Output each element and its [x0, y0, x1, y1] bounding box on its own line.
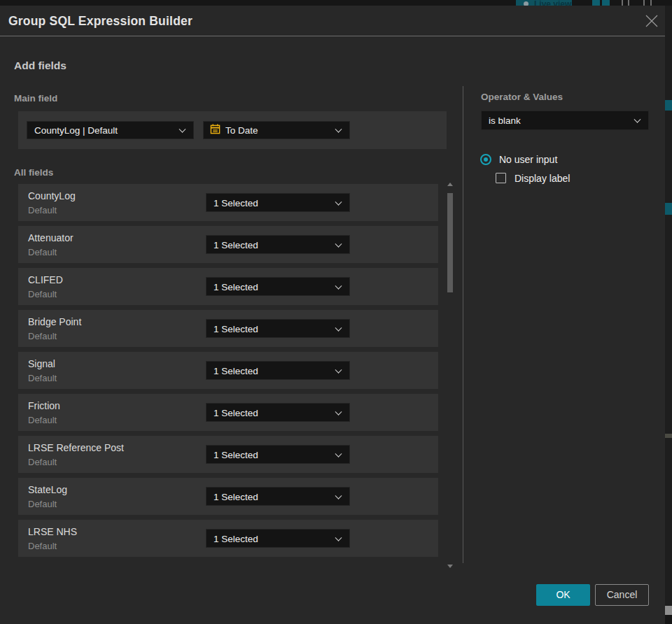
- toolbar-icon[interactable]: [643, 0, 645, 6]
- field-selection-dropdown[interactable]: 1 Selected: [206, 529, 350, 548]
- field-selection-dropdown[interactable]: 1 Selected: [206, 487, 350, 506]
- close-icon[interactable]: [644, 13, 659, 29]
- field-selection-dropdown-value: 1 Selected: [214, 449, 258, 460]
- field-selection-dropdown[interactable]: 1 Selected: [206, 235, 350, 254]
- chevron-down-icon: [335, 198, 342, 205]
- all-fields-list: CountyLog Default 1 Selected Attenuator …: [18, 184, 438, 562]
- chevron-down-icon: [335, 324, 342, 331]
- field-row: LRSE NHS Default 1 Selected: [18, 520, 438, 557]
- radio-selected-dot: [484, 157, 488, 162]
- field-name: LRSE NHS: [28, 526, 77, 537]
- chevron-down-icon: [335, 240, 342, 247]
- all-fields-label: All fields: [14, 167, 53, 178]
- field-selection-dropdown[interactable]: 1 Selected: [206, 193, 350, 212]
- background-dark-edge: [665, 615, 672, 624]
- field-subtitle: Default: [28, 499, 57, 509]
- field-selection-dropdown-value: 1 Selected: [214, 281, 258, 292]
- field-selection-dropdown[interactable]: 1 Selected: [206, 319, 350, 338]
- field-subtitle: Default: [28, 541, 57, 551]
- field-name: StateLog: [28, 484, 67, 495]
- field-name: CountyLog: [28, 190, 76, 201]
- field-subtitle: Default: [28, 331, 57, 341]
- chevron-down-icon: [179, 126, 186, 133]
- background-text-fragment: [665, 434, 672, 438]
- field-row: CountyLog Default 1 Selected: [18, 184, 438, 221]
- background-teal-block: [665, 100, 672, 111]
- field-selection-dropdown[interactable]: 1 Selected: [206, 445, 350, 464]
- field-subtitle: Default: [28, 457, 57, 467]
- chevron-down-icon: [335, 126, 342, 133]
- field-name: Signal: [28, 358, 55, 369]
- date-part-select-value: To Date: [225, 125, 258, 136]
- field-name: Attenuator: [28, 232, 74, 243]
- field-selection-dropdown[interactable]: 1 Selected: [206, 277, 350, 296]
- field-name: Bridge Point: [28, 316, 81, 327]
- layout-icon[interactable]: [592, 0, 600, 6]
- panel-divider: [463, 86, 463, 563]
- display-label-checkbox[interactable]: [496, 173, 506, 183]
- display-label-label: Display label: [514, 173, 570, 184]
- main-field-select-value: CountyLog | Default: [34, 125, 118, 136]
- scroll-up-icon[interactable]: [447, 183, 453, 186]
- field-row: Friction Default 1 Selected: [18, 394, 438, 431]
- dialog-header: Group SQL Expression Builder: [0, 6, 665, 36]
- no-user-input-label: No user input: [499, 154, 557, 165]
- chevron-down-icon: [335, 492, 342, 499]
- field-selection-dropdown-value: 1 Selected: [214, 491, 258, 502]
- background-scrollbar: [665, 606, 672, 615]
- chevron-down-icon: [335, 534, 342, 541]
- no-user-input-radio[interactable]: [480, 154, 491, 165]
- field-selection-dropdown-value: 1 Selected: [214, 197, 258, 208]
- background-app-top-strip: Live view: [0, 0, 672, 6]
- field-row: Signal Default 1 Selected: [18, 352, 438, 389]
- chevron-down-icon: [335, 366, 342, 373]
- layout-icon[interactable]: [602, 0, 610, 6]
- chevron-down-icon: [634, 116, 641, 123]
- add-fields-heading: Add fields: [14, 59, 66, 72]
- operator-select[interactable]: is blank: [481, 111, 649, 130]
- live-view-button[interactable]: Live view: [516, 0, 572, 6]
- main-field-label: Main field: [14, 93, 57, 104]
- field-row: CLIFED Default 1 Selected: [18, 268, 438, 305]
- operator-select-value: is blank: [489, 115, 521, 126]
- ok-button[interactable]: OK: [536, 584, 590, 606]
- calendar-icon: [210, 124, 220, 136]
- dialog-title: Group SQL Expression Builder: [8, 6, 192, 36]
- field-subtitle: Default: [28, 247, 57, 257]
- date-part-select[interactable]: To Date: [203, 121, 350, 139]
- cancel-button[interactable]: Cancel: [595, 584, 649, 606]
- fields-list-scrollbar[interactable]: [445, 180, 455, 570]
- field-subtitle: Default: [28, 373, 57, 383]
- field-selection-dropdown-value: 1 Selected: [214, 365, 258, 376]
- field-name: Friction: [28, 400, 60, 411]
- background-app-right-sliver: [665, 6, 672, 624]
- field-row: Attenuator Default 1 Selected: [18, 226, 438, 263]
- field-subtitle: Default: [28, 205, 57, 215]
- scrollbar-thumb[interactable]: [447, 193, 453, 292]
- main-field-panel: CountyLog | Default To Date: [18, 111, 447, 149]
- chevron-down-icon: [335, 282, 342, 289]
- group-sql-expression-builder-dialog: Group SQL Expression Builder Add fields …: [0, 6, 665, 624]
- field-name: LRSE Reference Post: [28, 442, 124, 453]
- field-selection-dropdown-value: 1 Selected: [214, 323, 258, 334]
- field-selection-dropdown[interactable]: 1 Selected: [206, 361, 350, 380]
- field-selection-dropdown-value: 1 Selected: [214, 239, 258, 250]
- field-subtitle: Default: [28, 415, 57, 425]
- background-teal-block: [665, 203, 672, 215]
- field-row: LRSE Reference Post Default 1 Selected: [18, 436, 438, 473]
- field-name: CLIFED: [28, 274, 63, 285]
- chevron-down-icon: [335, 408, 342, 415]
- field-selection-dropdown-value: 1 Selected: [214, 533, 258, 544]
- field-selection-dropdown-value: 1 Selected: [214, 407, 258, 418]
- field-row: Bridge Point Default 1 Selected: [18, 310, 438, 347]
- live-view-label: Live view: [534, 0, 571, 6]
- field-row: StateLog Default 1 Selected: [18, 478, 438, 515]
- toolbar-icon[interactable]: [650, 0, 652, 6]
- field-selection-dropdown[interactable]: 1 Selected: [206, 403, 350, 422]
- field-subtitle: Default: [28, 289, 57, 299]
- toolbar-icon[interactable]: [622, 0, 623, 6]
- main-field-select[interactable]: CountyLog | Default: [27, 121, 194, 139]
- toolbar-icon[interactable]: [628, 0, 629, 6]
- operator-values-label: Operator & Values: [481, 92, 563, 102]
- scroll-down-icon[interactable]: [447, 565, 453, 568]
